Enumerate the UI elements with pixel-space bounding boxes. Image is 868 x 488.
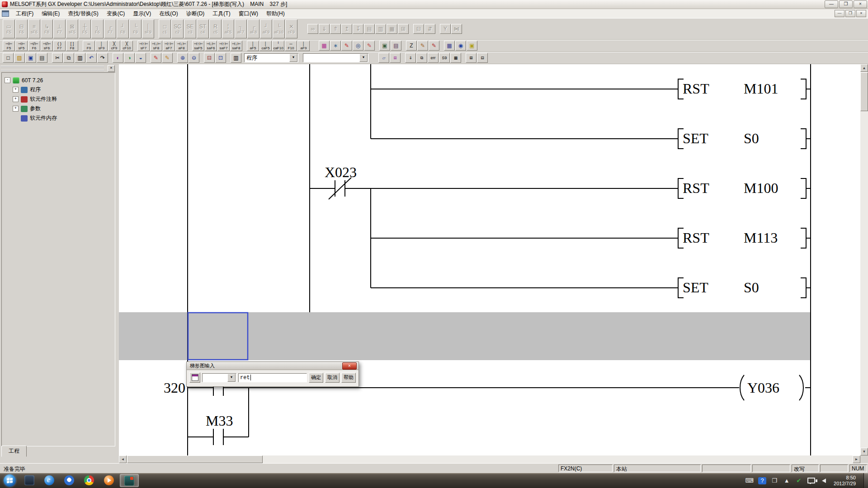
undo-icon[interactable]: ↶ bbox=[86, 53, 97, 63]
project-data-list-icon[interactable]: ⊞ bbox=[390, 53, 401, 63]
dialog-title-bar[interactable]: 梯形图输入 × bbox=[187, 362, 359, 370]
zoom-100-icon[interactable]: ⊡ bbox=[215, 53, 226, 63]
statement-edit-icon[interactable]: ✎ bbox=[429, 41, 439, 51]
ladder-input-dialog[interactable]: 梯形图输入 × ▼ ret 确定 取消 帮助 bbox=[186, 361, 359, 387]
panel-header[interactable]: × bbox=[1, 65, 115, 71]
monitor-start-icon[interactable]: ⊞ bbox=[398, 24, 409, 34]
internet-explorer-icon[interactable] bbox=[40, 474, 58, 486]
open-project-icon[interactable]: ▨ bbox=[14, 53, 25, 63]
menu-item[interactable]: 工具(T) bbox=[208, 9, 234, 19]
chevron-down-icon[interactable]: ▼ bbox=[289, 54, 297, 62]
panel-close-icon[interactable]: × bbox=[108, 65, 115, 72]
sfc-rule-af8-button[interactable]: ┌ aF8 bbox=[247, 19, 259, 38]
start-button[interactable] bbox=[4, 474, 16, 487]
horizontal-scroll-thumb[interactable] bbox=[127, 455, 263, 463]
restore-button[interactable]: ❐ bbox=[839, 0, 853, 8]
expand-icon[interactable]: + bbox=[13, 96, 19, 102]
rising-pulse-button[interactable]: ⊣↑⊢ sF7 bbox=[137, 41, 150, 51]
chrome-icon[interactable] bbox=[80, 474, 98, 486]
display-color-icon[interactable]: ◐ bbox=[113, 53, 123, 63]
sfc-rule-c4-button[interactable]: ST c4 bbox=[197, 19, 209, 38]
macro-icon[interactable]: ▣ bbox=[467, 41, 477, 51]
network-icon[interactable] bbox=[807, 477, 816, 484]
scroll-up-icon[interactable]: ▲ bbox=[860, 64, 868, 72]
comment-write-icon[interactable]: ▱ bbox=[378, 53, 389, 63]
copy-monitor-icon[interactable]: ⧉ bbox=[416, 53, 427, 63]
device-comment-display-icon[interactable]: ▦ bbox=[319, 41, 330, 51]
program-list-monitor-icon[interactable]: ⊟ bbox=[477, 53, 488, 63]
chevron-down-icon[interactable]: ▼ bbox=[227, 374, 236, 382]
verify-icon[interactable]: ⇵ bbox=[425, 24, 435, 34]
block-conversion-icon[interactable]: ▤ bbox=[364, 24, 375, 34]
vertical-line-button[interactable]: │ sF9 bbox=[95, 41, 108, 51]
tab-project[interactable]: 工程 bbox=[1, 446, 27, 457]
filter-icon[interactable]: Y bbox=[440, 24, 451, 34]
step-jump-icon[interactable]: ↥ bbox=[341, 24, 352, 34]
horizontal-line-button[interactable]: ─ F9 bbox=[83, 41, 95, 51]
chevron-down-icon[interactable]: ▼ bbox=[359, 54, 368, 62]
browser-app-icon[interactable] bbox=[60, 474, 78, 486]
title-bar[interactable]: MELSOFT系列 GX Developer C:\Users\Administ… bbox=[0, 0, 868, 9]
parallel-open-contact-button[interactable]: ⊣⊢ sF5 bbox=[15, 41, 28, 51]
close-button[interactable]: × bbox=[854, 0, 867, 8]
tree-item[interactable]: + 参数 bbox=[5, 104, 115, 113]
pinned-app-icon[interactable] bbox=[20, 474, 38, 486]
convert-result-rising-button[interactable]: │ caF5 bbox=[259, 41, 272, 51]
print-icon[interactable]: ▤ bbox=[37, 53, 47, 63]
statement-display-icon[interactable]: ∗ bbox=[330, 41, 341, 51]
device-combo[interactable]: ▼ bbox=[303, 53, 368, 62]
write-mode-icon[interactable]: ✎ bbox=[341, 41, 352, 51]
minimize-button[interactable]: — bbox=[825, 0, 838, 8]
open-contact-button[interactable]: ⊣⊢ F5 bbox=[3, 41, 15, 51]
step-run-icon[interactable]: S9 bbox=[439, 53, 450, 63]
sfc-rule-af5-button[interactable]: ╎ aF5 bbox=[222, 19, 234, 38]
sfc-line-sf9-button[interactable]: │ sF9 bbox=[142, 19, 154, 38]
paste-icon[interactable]: ▥ bbox=[75, 53, 85, 63]
partial-run-icon[interactable]: ▦ bbox=[450, 53, 461, 63]
display-setup-icon[interactable]: ⋈ bbox=[451, 24, 462, 34]
display-comment-icon[interactable]: ◒ bbox=[135, 53, 146, 63]
tree-root-item[interactable]: - 60T 7.26 bbox=[5, 75, 115, 85]
write-to-plc-icon[interactable]: ⇓ bbox=[319, 24, 330, 34]
ladder-editor[interactable]: X023 320 M33 Y036 RST M101 SET S0 RST M1… bbox=[119, 64, 860, 455]
sfc-rule-af7-button[interactable]: ┐ aF7 bbox=[235, 19, 247, 38]
ok-button[interactable]: 确定 bbox=[309, 373, 323, 383]
sfc-line-f7-button[interactable]: ┌ F7 bbox=[104, 19, 116, 38]
media-player-icon[interactable] bbox=[100, 474, 118, 486]
note-edit-icon[interactable]: ▦ bbox=[444, 41, 455, 51]
mdi-minimize-button[interactable]: — bbox=[835, 10, 844, 17]
vertical-scroll-thumb[interactable] bbox=[860, 72, 868, 111]
sfc-line-f5-button[interactable]: ┼ F5 bbox=[79, 19, 91, 38]
comment-edit-icon[interactable]: ✎ bbox=[417, 41, 428, 51]
device-memory-display-icon[interactable]: ◉ bbox=[455, 41, 466, 51]
sfc-rule-c2-button[interactable]: SC c2 bbox=[171, 19, 184, 38]
sfc-select-sf5-button[interactable]: ⊠ sF5 bbox=[66, 19, 78, 38]
menu-item[interactable]: 变换(C) bbox=[103, 9, 129, 19]
parallel-closed-contact-button[interactable]: ⊣/⊢ sF6 bbox=[41, 41, 53, 51]
window-popup-icon[interactable]: ❒ bbox=[770, 477, 778, 484]
collapse-icon[interactable]: - bbox=[5, 77, 10, 83]
mdi-close-button[interactable]: × bbox=[856, 10, 866, 17]
find-icon[interactable]: ∞ bbox=[307, 24, 318, 34]
delete-horizontal-line-button[interactable]: ╳ cF9 bbox=[108, 41, 120, 51]
usb-safe-remove-icon[interactable]: ✔ bbox=[795, 477, 803, 484]
save-project-icon[interactable]: ▣ bbox=[25, 53, 36, 63]
menu-item[interactable]: 工程(F) bbox=[12, 9, 38, 19]
expand-icon[interactable]: + bbox=[13, 106, 19, 112]
tree-item[interactable]: 软元件内存 bbox=[5, 113, 115, 123]
tree-item[interactable]: + 软元件注释 bbox=[5, 94, 115, 104]
error-jump-icon[interactable]: err bbox=[428, 53, 439, 63]
monitor-write-mode-icon[interactable]: ▣ bbox=[379, 41, 390, 51]
dialog-close-icon[interactable]: × bbox=[342, 362, 357, 370]
block-list-icon[interactable]: ▥ bbox=[375, 24, 386, 34]
menu-item[interactable]: 编辑(E) bbox=[38, 9, 64, 19]
read-mode-icon[interactable]: ◎ bbox=[353, 41, 363, 51]
ladder-sfc-toggle-icon[interactable]: ▥ bbox=[231, 53, 241, 63]
show-desktop-button[interactable] bbox=[863, 473, 868, 488]
horizontal-scrollbar[interactable]: ◄ ► bbox=[119, 455, 860, 463]
new-project-icon[interactable]: □ bbox=[3, 53, 14, 63]
mdi-child-icon[interactable] bbox=[2, 10, 9, 17]
sfc-jump-f8-button[interactable]: ↳ F8 bbox=[41, 19, 53, 38]
convert-result-falling-button[interactable]: ╵ caF10 bbox=[272, 41, 284, 51]
menu-item[interactable]: 诊断(D) bbox=[182, 9, 209, 19]
